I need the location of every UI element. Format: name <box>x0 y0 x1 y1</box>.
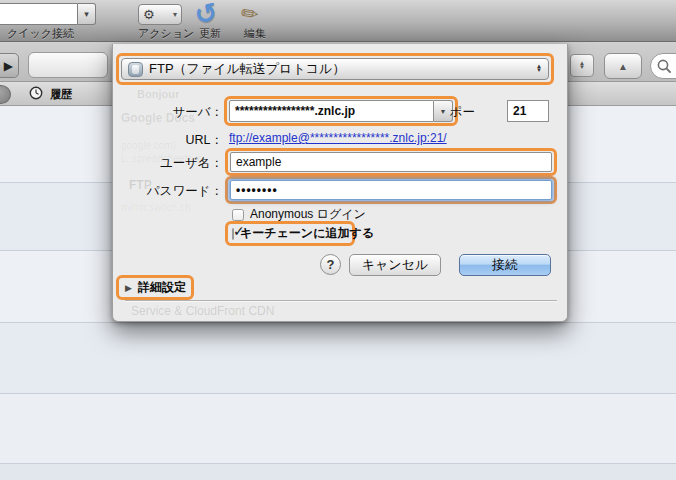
advanced-highlight: ▶ 詳細設定 <box>116 275 194 300</box>
chevron-down-glyph: ▾ <box>84 9 89 19</box>
list-row <box>0 464 676 480</box>
keychain-highlight: ✓ キーチェーンに追加する <box>225 221 355 246</box>
stepper-control[interactable]: ▲ ▼ <box>570 54 594 77</box>
username-label: ユーザ名： <box>113 155 223 172</box>
help-button[interactable]: ? <box>320 254 341 275</box>
checkmark-icon: ✓ <box>233 223 245 239</box>
path-field[interactable] <box>28 52 108 78</box>
play-icon: ▶ <box>4 59 13 73</box>
chevron-down-icon: ▾ <box>173 10 177 19</box>
history-tab[interactable]: 履歴 <box>50 87 72 102</box>
separator <box>125 300 557 301</box>
port-label: ポー <box>365 104 475 121</box>
password-label: パスワード： <box>113 183 223 200</box>
edit-label: 編集 <box>244 26 266 41</box>
connection-dialog: Bonjour Google Docs google.com) L, sprea… <box>112 44 568 322</box>
action-label: アクション <box>138 26 194 41</box>
protocol-popup[interactable]: FTP（ファイル転送プロトコル） ▲▼ <box>121 58 549 80</box>
ftp-protocol-icon <box>128 62 143 77</box>
connect-button[interactable]: 接続 <box>459 254 551 276</box>
search-field[interactable] <box>650 53 676 79</box>
faint-background-text: mirror.switch.ch <box>121 202 190 213</box>
action-button[interactable]: ⚙ ▾ <box>138 4 182 25</box>
password-input[interactable]: •••••••• <box>230 180 552 200</box>
segment-circle-icon[interactable] <box>0 85 11 104</box>
anonymous-checkbox[interactable] <box>232 209 244 221</box>
list-row <box>0 323 676 394</box>
cancel-button[interactable]: キャンセル <box>349 254 441 276</box>
username-highlight: example <box>225 148 557 176</box>
advanced-settings-label[interactable]: 詳細設定 <box>138 279 186 296</box>
protocol-highlight: FTP（ファイル転送プロトコル） ▲▼ <box>116 53 554 85</box>
refresh-label: 更新 <box>199 26 221 41</box>
protocol-value: FTP（ファイル転送プロトコル） <box>149 60 345 78</box>
keychain-checkbox[interactable]: ✓ <box>232 228 234 240</box>
popup-stepper-icon: ▲▼ <box>536 65 542 72</box>
faint-background-text: Service & CloudFront CDN <box>131 304 274 318</box>
edit-icon[interactable]: ✏ <box>239 1 260 27</box>
keychain-label: キーチェーンに追加する <box>240 225 374 242</box>
gear-icon: ⚙ <box>143 8 155 21</box>
play-button[interactable]: ▶ <box>0 53 19 78</box>
disclosure-triangle-icon[interactable]: ▶ <box>125 283 132 293</box>
chevron-down-icon[interactable]: ▾ <box>78 3 96 25</box>
faint-background-text: Bonjour <box>137 88 179 100</box>
url-link[interactable]: ftp://example@*****************.znlc.jp:… <box>229 131 447 145</box>
main-toolbar: ▾ クイック接続 ⚙ ▾ アクション ↺ 更新 ✏ 編集 <box>0 0 676 42</box>
stepper-down-icon: ▼ <box>579 66 585 70</box>
up-arrow-button[interactable]: ▲ <box>604 53 642 79</box>
username-input[interactable]: example <box>230 152 552 172</box>
search-icon <box>656 58 672 74</box>
app-window: ▾ クイック接続 ⚙ ▾ アクション ↺ 更新 ✏ 編集 ▶ ▲ ▼ ▲ <box>0 0 676 480</box>
clock-icon <box>29 86 43 100</box>
password-highlight: •••••••• <box>225 176 557 204</box>
up-arrow-icon: ▲ <box>618 61 628 72</box>
server-label: サーバ： <box>113 104 223 121</box>
list-row <box>0 394 676 464</box>
quick-connect-input[interactable] <box>0 3 78 25</box>
quick-connect-combo[interactable]: ▾ <box>0 3 96 25</box>
url-label: URL： <box>113 132 223 149</box>
quick-connect-label: クイック接続 <box>7 26 74 41</box>
port-input[interactable]: 21 <box>507 100 549 122</box>
